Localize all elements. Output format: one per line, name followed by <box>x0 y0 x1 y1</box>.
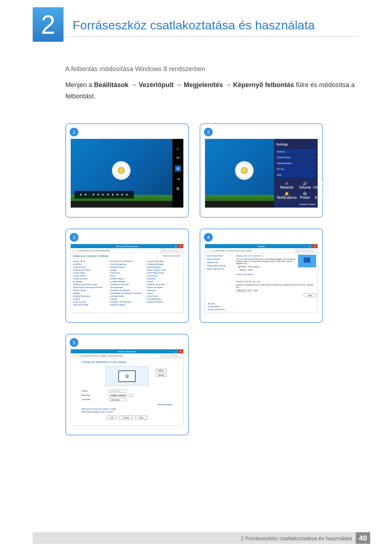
close-icon[interactable]: × <box>178 349 183 353</box>
control-panel-item[interactable]: Add features to Windows 8 <box>110 260 144 262</box>
share-icon[interactable]: ⟳ <box>176 156 180 160</box>
control-panel-item[interactable]: Taskbar <box>110 298 144 300</box>
control-panel-item[interactable]: NVIDIA Control Panel <box>147 283 181 286</box>
sidebar-link[interactable]: Calibrate color <box>207 261 234 263</box>
sidebar-link[interactable]: Change display settings <box>207 264 234 267</box>
control-panel-item[interactable]: Flash Player (32-bit) <box>147 272 181 274</box>
maximize-icon[interactable]: ◻ <box>307 244 313 248</box>
control-panel-item[interactable]: Performance Information and Tools <box>73 286 107 288</box>
resolution-select[interactable]: ★★★★ x ★★★★ ▾ <box>109 394 133 397</box>
control-panel-item[interactable]: Programs and Features <box>110 289 144 291</box>
control-panel-item[interactable]: Credential Manager <box>147 263 181 265</box>
control-panel-item[interactable]: Folder Options <box>73 275 107 277</box>
text-size-link[interactable]: Make text and other items larger or smal… <box>82 408 172 410</box>
control-panel-item[interactable]: Family Safety <box>73 272 107 274</box>
apply-button[interactable]: Apply <box>303 294 316 297</box>
see-also-link[interactable]: Devices and Printers <box>208 308 225 311</box>
sidebar-link[interactable]: Adjust ClearType text <box>207 268 234 270</box>
power-icon[interactable]: ⏻Power <box>299 192 311 200</box>
change-pc-settings-link[interactable]: Change PC settings <box>299 203 315 205</box>
cancel-button[interactable]: Cancel <box>119 415 133 420</box>
volume-icon[interactable]: 🔊Volume <box>299 181 311 189</box>
start-icon[interactable]: ⊞ <box>175 165 181 172</box>
control-panel-item[interactable]: Region <box>73 292 107 294</box>
ok-button[interactable]: OK <box>107 415 117 420</box>
settings-item[interactable]: Desktop <box>276 149 315 154</box>
maximize-icon[interactable]: ◻ <box>173 244 178 248</box>
control-panel-item[interactable]: System <box>73 298 107 300</box>
control-panel-item[interactable]: Devices and Printers <box>73 269 107 271</box>
control-panel-item[interactable]: Speech Recognition <box>73 295 107 297</box>
control-panel-item[interactable]: Personalization <box>110 286 144 288</box>
control-panel-item[interactable]: Display <box>110 269 144 271</box>
control-panel-item[interactable]: Indexing Options <box>73 278 107 280</box>
control-panel-item[interactable]: Notification Area Icons <box>110 283 144 286</box>
see-also-link[interactable]: Personalization <box>208 305 225 308</box>
identify-button[interactable]: Identify <box>156 373 167 377</box>
view-by-select[interactable]: View by: Small icons ▾ <box>163 255 181 257</box>
control-panel-item[interactable]: Windows Firewall <box>73 304 107 306</box>
control-panel-item[interactable]: File History <box>110 272 144 274</box>
control-panel-item[interactable]: Troubleshooting <box>147 298 181 300</box>
control-panel-item[interactable]: Device Manager <box>147 266 181 268</box>
size-option-radio[interactable]: ○ Medium - 125% <box>238 269 316 271</box>
search-input[interactable]: Search Control Panel <box>160 249 182 253</box>
settings-panel[interactable]: Settings Desktop Control Panel Personali… <box>274 139 318 208</box>
control-panel-item[interactable]: RemoteApp and Desktop Connections <box>110 292 144 294</box>
control-panel-item[interactable]: Ease of Access Center <box>147 269 181 271</box>
settings-item[interactable]: Control Panel <box>276 155 315 160</box>
orientation-select[interactable]: Landscape <box>109 398 126 401</box>
apply-button[interactable]: Apply <box>135 415 148 420</box>
control-panel-item[interactable]: Action Center <box>73 260 107 262</box>
size-select[interactable]: 11 <box>247 289 252 292</box>
control-panel-item[interactable]: Administrative Tools <box>147 260 181 262</box>
display-select[interactable]: • • • • • • • • <box>109 390 126 393</box>
control-panel-item[interactable]: Color Management <box>110 263 144 265</box>
search-icon[interactable]: ⌕ <box>177 146 179 151</box>
keyboard-icon[interactable]: ⌨Keyboard <box>313 192 332 200</box>
minimize-icon[interactable]: – <box>168 349 173 353</box>
control-panel-item[interactable]: Language <box>73 280 107 283</box>
brightness-icon[interactable]: ☀Unavailable <box>313 181 332 189</box>
control-panel-item[interactable]: Mouse <box>147 280 181 283</box>
control-panel-item[interactable]: Keyboard <box>147 278 181 280</box>
control-panel-item[interactable]: Windows Update <box>110 304 144 306</box>
control-panel-item[interactable]: Storage Spaces <box>110 295 144 297</box>
control-panel-item[interactable]: Network and Sharing Center <box>73 283 107 286</box>
search-input[interactable]: Search Control Panel <box>294 249 316 253</box>
control-panel-item[interactable]: Date and Time <box>73 266 107 268</box>
sidebar-link[interactable]: Control Panel Home <box>207 255 234 257</box>
control-panel-item[interactable]: Sync Center <box>147 295 181 297</box>
advanced-settings-link[interactable]: Advanced settings <box>82 403 172 406</box>
item-select[interactable]: Title bars <box>236 289 246 292</box>
close-icon[interactable]: × <box>313 244 318 248</box>
control-panel-item[interactable]: Recovery <box>147 289 181 291</box>
control-panel-item[interactable]: Fonts <box>110 275 144 277</box>
settings-item[interactable]: PC info <box>276 167 315 172</box>
control-panel-item[interactable]: Sound <box>147 292 181 294</box>
control-panel-item[interactable]: Internet Options <box>110 278 144 280</box>
minimize-icon[interactable]: – <box>302 244 307 248</box>
detect-button[interactable]: Detect <box>156 369 167 372</box>
maximize-icon[interactable]: ◻ <box>173 349 178 353</box>
control-panel-item[interactable]: Power Options <box>73 289 107 291</box>
breadcrumb[interactable]: ‹ › ↑ 📁 Control Panel › All Control Pane… <box>71 248 183 253</box>
control-panel-item[interactable]: Location Settings <box>110 280 144 283</box>
breadcrumb[interactable]: ‹ › ↑ 📁 Control Panel › All Control Pane… <box>205 248 318 253</box>
breadcrumb[interactable]: ‹ › ↑ 📁 « All Control Panel Items › Disp… <box>71 353 183 358</box>
control-panel-item[interactable]: HomeGroup <box>147 275 181 277</box>
devices-icon[interactable]: ⇥ <box>176 177 180 181</box>
custom-sizing-link[interactable]: Custom sizing options <box>236 273 316 275</box>
settings-item[interactable]: Help <box>276 172 315 177</box>
network-icon[interactable]: ⎚Network <box>277 181 297 189</box>
control-panel-item[interactable]: Windows Defender <box>147 301 181 303</box>
search-input[interactable]: Search Control Panel <box>160 354 182 358</box>
minimize-icon[interactable]: – <box>168 244 173 248</box>
sidebar-link[interactable]: Adjust resolution <box>207 258 234 260</box>
help-link[interactable]: What display settings should I choose? <box>82 411 172 413</box>
bold-checkbox[interactable]: Bold <box>254 290 258 292</box>
control-panel-item[interactable]: Windows 7 File Recovery <box>110 301 144 303</box>
control-panel-item[interactable]: AutoPlay <box>73 263 107 265</box>
close-icon[interactable]: × <box>178 244 183 248</box>
control-panel-item[interactable]: User Accounts <box>73 301 107 303</box>
